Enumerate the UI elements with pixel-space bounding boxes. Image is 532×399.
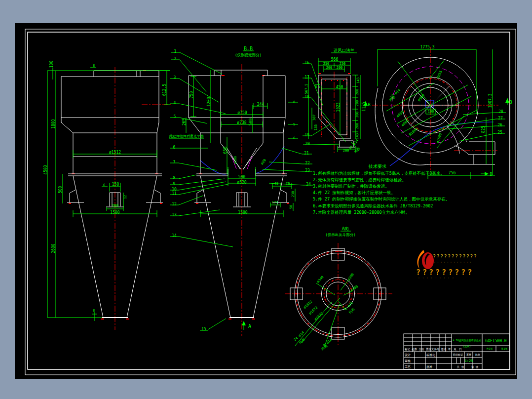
leader-23: 23: [305, 168, 310, 173]
section-arrow-b: B: [490, 172, 492, 177]
dim-label: 1135: [362, 102, 366, 111]
leader-3: 3: [174, 76, 176, 80]
dim-label: 1775.3: [420, 45, 435, 49]
dim-label: A: [248, 323, 251, 329]
titleblock-part-name2: (总成): [463, 345, 471, 348]
leader-2: 2: [174, 57, 177, 61]
dim-label: 8: [93, 309, 95, 313]
dim-label: 750: [190, 91, 194, 99]
weld-note: 此处焊缝焊后磨光平整: [169, 134, 204, 138]
dim-label: 200: [112, 204, 119, 208]
dim-label: 825: [481, 126, 486, 133]
leader-9: 9: [173, 182, 176, 186]
dim-label: ø520: [237, 180, 246, 185]
watermark-line1: ????????????: [433, 254, 477, 259]
dim-label: 566: [331, 57, 339, 62]
leader-28: 28: [498, 110, 503, 114]
dim-label: 6: [103, 183, 105, 187]
leader-26: 26: [497, 123, 502, 127]
bolt-hole: [374, 272, 376, 274]
tech-notes-title: 技术要求: [368, 164, 386, 169]
titleblock-sheet-no: 第 张: [471, 365, 479, 369]
bolt-hole: [367, 263, 369, 265]
dim-label: 500: [58, 186, 63, 194]
dim-label: 1500: [238, 210, 247, 215]
leader-15: 15: [201, 327, 206, 331]
bolt-hole: [321, 126, 322, 127]
bolt-hole: [327, 252, 328, 254]
leader-6: 6: [173, 145, 176, 150]
bolt-hole: [374, 314, 376, 316]
bolt-hole: [327, 334, 328, 335]
titleblock-scale-value: 1:25: [465, 359, 473, 363]
dim-label: 200: [337, 66, 343, 70]
bolt-hole: [338, 335, 339, 337]
dim-label: 256: [340, 62, 346, 66]
dim-label: 200: [355, 123, 359, 129]
titleblock-weight: 重量: [466, 353, 471, 356]
leader-7: 7: [173, 160, 176, 164]
bolt-hole: [338, 254, 339, 255]
dim-label: 100: [49, 61, 54, 68]
bolt-hole: [358, 257, 360, 258]
bolt-hole: [358, 330, 360, 331]
leader-24: 24: [306, 182, 311, 187]
dim-label: ø738: [237, 120, 246, 125]
dim-label: 2600: [51, 243, 56, 253]
bolt-hole: [316, 330, 318, 331]
bolt-hole: [330, 126, 331, 127]
bolt-hole: [378, 282, 380, 284]
leader-8: 8: [173, 176, 176, 180]
dim-label: 1023: [336, 102, 341, 112]
tech-note-line: 1.所有焊缝均为连续焊缝，焊角不得低于5毫米，支座处不低于8毫米。: [313, 171, 445, 176]
section-arrow-b: B: [368, 102, 370, 107]
dim-label: 307: [312, 115, 316, 121]
titleblock-header: 标记 处数 分区 更改文件号 签名 年、月、日: [404, 348, 462, 351]
dim-label: (仅剖视壳部分): [235, 53, 262, 57]
dim-label: 6: [293, 136, 295, 140]
dim-label: 1800: [51, 119, 56, 128]
bolt-hole: [301, 272, 303, 274]
bolt-hole: [297, 304, 298, 306]
bolt-hole: [331, 80, 332, 81]
dim-label: 174: [272, 200, 278, 204]
titleblock-shenhe: 审核: [405, 359, 411, 362]
dim-label: 200: [355, 89, 359, 95]
dim-label: 567.5: [304, 83, 308, 94]
titleblock-part-name: 4.2M旋风除尘器焊接总成: [453, 339, 481, 342]
view-title-bb: B-B: [244, 46, 253, 51]
bolt-hole: [343, 280, 344, 281]
dim-label: ø1512: [109, 150, 121, 155]
leader-27: 27: [498, 116, 503, 120]
dim-label: 256: [323, 62, 330, 66]
dim-label: 100: [428, 110, 434, 114]
tech-note-line: 3.密封件要制造厂制作，并随设备发运。: [313, 184, 389, 189]
leader-10: 10: [172, 187, 177, 192]
dim-label: 150: [112, 182, 119, 187]
dim-label: 265: [182, 119, 187, 126]
bolt-hole: [443, 81, 445, 83]
bolt-hole: [338, 333, 339, 334]
leader-11: 11: [172, 192, 177, 196]
leader-25: 25: [497, 130, 502, 135]
dim-label: 244: [257, 102, 265, 107]
dim-label: ø100: [233, 156, 237, 164]
leader-17: 17: [304, 75, 309, 80]
titleblock-sheets: 共 张: [456, 365, 464, 369]
dim-label: 1200: [207, 97, 211, 106]
leader-18: 18: [304, 95, 309, 99]
tech-note-line: 6.本要求未说明部分参见通风除尘器技术条件 JB/T8129-2002: [313, 203, 433, 208]
dim-label: 200: [355, 112, 359, 118]
dim-label: 1500: [110, 210, 119, 215]
leader-22: 22: [305, 161, 310, 165]
titleblock-drawing-number: GXF1500.0: [485, 339, 507, 343]
dim-label: 756: [449, 171, 456, 175]
view-title-a: A向: [342, 226, 349, 231]
dim-label: 143: [356, 78, 360, 84]
bolt-hole: [321, 134, 322, 135]
leader-1: 1: [174, 49, 177, 54]
dim-label: 12: [123, 195, 127, 199]
bolt-hole: [348, 334, 350, 335]
bolt-hole: [316, 257, 318, 258]
bolt-hole: [378, 304, 380, 306]
